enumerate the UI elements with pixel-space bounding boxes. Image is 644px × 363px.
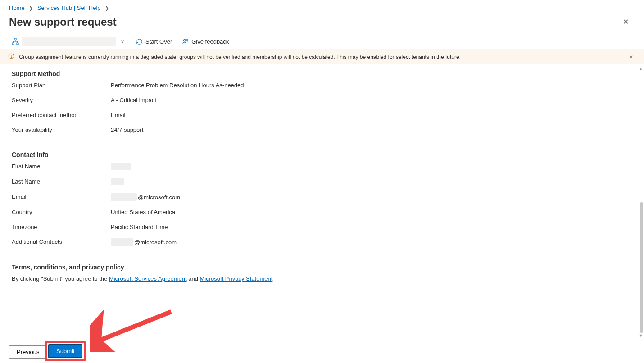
- page-header: New support request ⋯ ✕: [0, 13, 644, 34]
- svg-point-3: [184, 39, 186, 41]
- hierarchy-icon: [12, 38, 19, 45]
- label-email: Email: [12, 193, 111, 200]
- svg-point-6: [11, 57, 11, 58]
- give-feedback-label: Give feedback: [191, 38, 229, 45]
- label-last-name: Last Name: [12, 178, 111, 185]
- value-support-plan: Performance Problem Resolution Hours As-…: [111, 82, 244, 89]
- value-country: United States of America: [111, 209, 175, 215]
- terms-prefix: By clicking "Submit" you agree to the: [12, 275, 109, 282]
- label-support-plan: Support Plan: [12, 82, 111, 89]
- terms-heading: Terms, conditions, and privacy policy: [12, 264, 632, 271]
- give-feedback-button[interactable]: Give feedback: [182, 38, 229, 45]
- submit-button[interactable]: Submit: [48, 344, 82, 358]
- close-button[interactable]: ✕: [617, 15, 635, 29]
- banner-text: Group assignment feature is currently ru…: [19, 54, 461, 60]
- previous-button[interactable]: Previous: [9, 345, 47, 359]
- content-area: Support Method Support Plan Performance …: [0, 65, 644, 341]
- contact-info-heading: Contact Info: [12, 151, 632, 158]
- row-timezone: Timezone Pacific Standard Time: [12, 224, 632, 230]
- value-email-redacted: [111, 193, 137, 201]
- info-icon: [8, 53, 14, 61]
- row-additional-contacts: Additional Contacts @microsoft.com: [12, 238, 632, 246]
- row-country: Country United States of America: [12, 209, 632, 215]
- value-availability: 24/7 support: [111, 126, 143, 133]
- support-method-heading: Support Method: [12, 70, 632, 77]
- row-availability: Your availability 24/7 support: [12, 126, 632, 133]
- chevron-right-icon: ❯: [105, 5, 109, 11]
- feedback-icon: [182, 38, 189, 45]
- value-additional-redacted: [111, 238, 133, 246]
- svg-rect-2: [17, 43, 18, 45]
- row-email: Email @microsoft.com: [12, 193, 632, 201]
- label-timezone: Timezone: [12, 224, 111, 230]
- breadcrumb: Home ❯ Services Hub | Self Help ❯: [0, 0, 644, 13]
- more-actions-button[interactable]: ⋯: [123, 18, 129, 25]
- breadcrumb-services-hub[interactable]: Services Hub | Self Help: [37, 4, 101, 11]
- value-preferred-contact: Email: [111, 112, 126, 118]
- svg-rect-0: [14, 38, 16, 40]
- value-email-suffix: @microsoft.com: [138, 194, 180, 201]
- link-privacy-statement[interactable]: Microsoft Privacy Statement: [200, 275, 273, 282]
- row-preferred-contact: Preferred contact method Email: [12, 112, 632, 118]
- toolbar: ∨ Start Over Give feedback: [0, 34, 644, 49]
- label-country: Country: [12, 209, 111, 215]
- value-severity: A - Critical impact: [111, 97, 156, 103]
- scrollbar-thumb[interactable]: [640, 202, 643, 333]
- value-additional-suffix: @microsoft.com: [134, 239, 177, 246]
- label-additional-contacts: Additional Contacts: [12, 238, 111, 245]
- scroll-up-icon[interactable]: ▲: [639, 67, 643, 71]
- row-first-name: First Name: [12, 163, 632, 170]
- chevron-down-icon[interactable]: ∨: [119, 38, 126, 45]
- label-availability: Your availability: [12, 126, 111, 133]
- row-last-name: Last Name: [12, 178, 632, 185]
- breadcrumb-home[interactable]: Home: [9, 4, 25, 11]
- footer-bar: Previous: [0, 341, 644, 363]
- label-first-name: First Name: [12, 163, 111, 170]
- value-timezone: Pacific Standard Time: [111, 224, 168, 230]
- page-title: New support request: [9, 16, 117, 28]
- row-support-plan: Support Plan Performance Problem Resolut…: [12, 82, 632, 89]
- value-first-name-redacted: [111, 163, 131, 170]
- scope-picker[interactable]: ∨: [12, 37, 126, 46]
- refresh-icon: [136, 38, 143, 45]
- warning-banner: Group assignment feature is currently ru…: [0, 49, 644, 64]
- svg-rect-1: [12, 43, 14, 45]
- label-severity: Severity: [12, 97, 111, 103]
- label-preferred-contact: Preferred contact method: [12, 112, 111, 118]
- terms-mid: and: [188, 275, 200, 282]
- scroll-down-icon[interactable]: ▼: [639, 333, 643, 338]
- scope-value-redacted: [22, 37, 116, 46]
- start-over-button[interactable]: Start Over: [136, 38, 172, 45]
- row-severity: Severity A - Critical impact: [12, 97, 632, 103]
- link-services-agreement[interactable]: Microsoft Services Agreement: [109, 275, 187, 282]
- value-last-name-redacted: [111, 178, 124, 185]
- chevron-right-icon: ❯: [29, 5, 33, 11]
- terms-text: By clicking "Submit" you agree to the Mi…: [12, 275, 632, 282]
- banner-close-button[interactable]: ✕: [626, 54, 636, 60]
- start-over-label: Start Over: [145, 38, 172, 45]
